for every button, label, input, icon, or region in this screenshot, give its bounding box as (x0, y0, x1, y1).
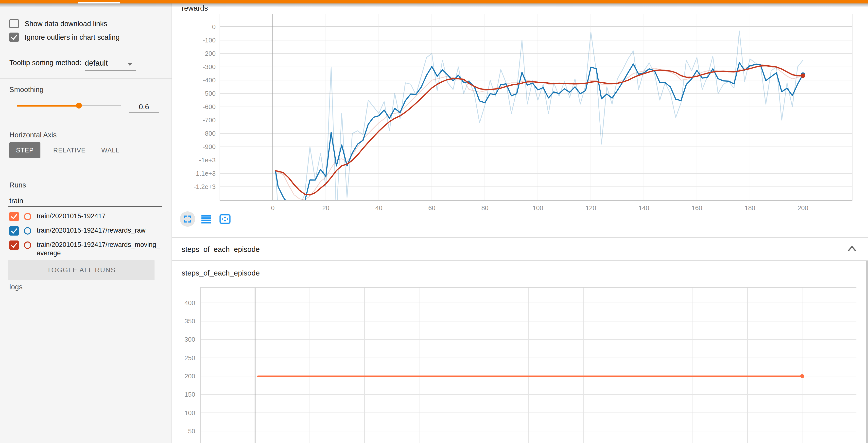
ignore-outliers-checkbox[interactable] (9, 33, 19, 42)
svg-text:200: 200 (185, 373, 195, 380)
check-icon (11, 241, 17, 248)
chevron-down-icon (127, 63, 132, 66)
fit-domain-icon (219, 214, 231, 224)
svg-text:160: 160 (691, 204, 702, 212)
horizontal-axis-label: Horizontal Axis (9, 131, 57, 139)
svg-text:60: 60 (428, 204, 435, 212)
axis-wall-button[interactable]: WALL (93, 142, 128, 158)
series-list-icon (201, 215, 212, 224)
horizontal-axis-button-group: STEP RELATIVE WALL (9, 142, 128, 158)
vertical-scrollbar[interactable] (866, 261, 868, 443)
tooltip-sorting-value: default (85, 59, 108, 67)
svg-text:350: 350 (185, 318, 195, 325)
ignore-outliers-row[interactable]: Ignore outliers in chart scaling (9, 32, 120, 42)
run-checkbox[interactable] (9, 240, 19, 250)
steps-chart-title: steps_of_each_episode (182, 269, 260, 277)
run-row[interactable]: train/20201015-192417/rewards_raw (9, 226, 163, 236)
checkbox-label: Ignore outliers in chart scaling (25, 33, 120, 41)
run-checkbox[interactable] (9, 212, 19, 221)
svg-text:-800: -800 (203, 130, 216, 137)
slider-thumb[interactable] (76, 102, 82, 109)
rewards-chart[interactable]: 0-100-200-300-400-500-600-700-800-900-1e… (172, 0, 868, 232)
axis-step-button[interactable]: STEP (9, 142, 40, 158)
smoothing-label: Smoothing (9, 86, 43, 94)
svg-text:40: 40 (375, 204, 382, 212)
run-radio[interactable] (24, 213, 31, 220)
svg-text:-500: -500 (203, 90, 216, 97)
svg-text:-1e+3: -1e+3 (199, 156, 216, 164)
svg-text:-100: -100 (203, 36, 216, 44)
svg-text:-300: -300 (203, 63, 216, 70)
run-label: train/20201015-192417/rewards_moving_ave… (37, 240, 163, 257)
svg-text:80: 80 (481, 204, 489, 212)
active-tab-indicator[interactable] (78, 2, 120, 3)
data-series-list-button[interactable] (199, 211, 214, 227)
svg-text:250: 250 (185, 354, 195, 362)
svg-text:0: 0 (212, 23, 216, 31)
scalars-dashboard: rewards 0-100-200-300-400-500-600-700-80… (172, 3, 868, 443)
svg-text:120: 120 (586, 204, 596, 212)
toggle-all-runs-button[interactable]: TOGGLE ALL RUNS (8, 260, 155, 280)
svg-text:-200: -200 (203, 50, 216, 57)
divider (172, 260, 868, 261)
show-data-download-links-checkbox[interactable] (9, 19, 19, 28)
tooltip-sorting-dropdown[interactable]: default (85, 58, 136, 70)
axis-relative-button[interactable]: RELATIVE (46, 142, 93, 158)
svg-text:50: 50 (188, 427, 195, 435)
svg-text:100: 100 (533, 204, 543, 212)
smoothing-value-input[interactable] (129, 101, 159, 113)
run-row[interactable]: train/20201015-192417/rewards_moving_ave… (9, 240, 163, 257)
steps-chart[interactable]: 40035030025020015010050 (172, 286, 868, 443)
divider (0, 124, 172, 124)
svg-text:-600: -600 (203, 103, 216, 111)
runs-label: Runs (9, 181, 26, 189)
divider (0, 171, 172, 171)
settings-sidebar: Show data download links Ignore outliers… (0, 3, 172, 443)
svg-text:200: 200 (798, 204, 808, 212)
header-shadow (0, 3, 868, 7)
run-checkbox[interactable] (9, 226, 19, 236)
run-row[interactable]: train/20201015-192417 (9, 212, 163, 221)
collapse-section-button[interactable] (847, 245, 857, 253)
section-header-title: steps_of_each_episode (182, 245, 260, 254)
run-radio[interactable] (24, 227, 31, 235)
slider-fill (17, 105, 79, 107)
svg-text:150: 150 (185, 391, 195, 398)
expand-chart-button[interactable] (180, 211, 195, 227)
run-radio[interactable] (24, 241, 31, 249)
smoothing-slider[interactable] (17, 104, 121, 107)
tooltip-sorting-label: Tooltip sorting method: (9, 59, 81, 67)
svg-text:400: 400 (185, 299, 195, 306)
svg-text:-700: -700 (203, 116, 216, 124)
check-icon (11, 212, 17, 219)
runs-filter-input[interactable] (8, 195, 162, 207)
svg-text:-1.1e+3: -1.1e+3 (194, 170, 216, 177)
svg-text:100: 100 (185, 409, 195, 417)
svg-text:-900: -900 (203, 143, 216, 150)
fit-domain-button[interactable] (217, 211, 232, 227)
svg-text:-1.2e+3: -1.2e+3 (194, 183, 216, 190)
check-icon (11, 33, 17, 40)
check-icon (11, 227, 17, 233)
run-label: train/20201015-192417/rewards_raw (37, 226, 163, 235)
svg-text:300: 300 (185, 336, 195, 343)
show-data-download-links-row[interactable]: Show data download links (9, 19, 107, 29)
divider (0, 79, 172, 79)
svg-text:-400: -400 (203, 77, 216, 84)
chart-toolbar (180, 211, 232, 227)
svg-text:180: 180 (745, 204, 755, 212)
logs-caption: logs (9, 283, 23, 291)
fullscreen-icon (183, 214, 192, 224)
app-header-bar (0, 0, 868, 3)
svg-text:20: 20 (322, 204, 330, 212)
svg-text:0: 0 (271, 204, 275, 212)
run-label: train/20201015-192417 (37, 212, 163, 220)
svg-text:140: 140 (639, 204, 649, 212)
checkbox-label: Show data download links (25, 20, 107, 28)
divider (172, 237, 868, 238)
